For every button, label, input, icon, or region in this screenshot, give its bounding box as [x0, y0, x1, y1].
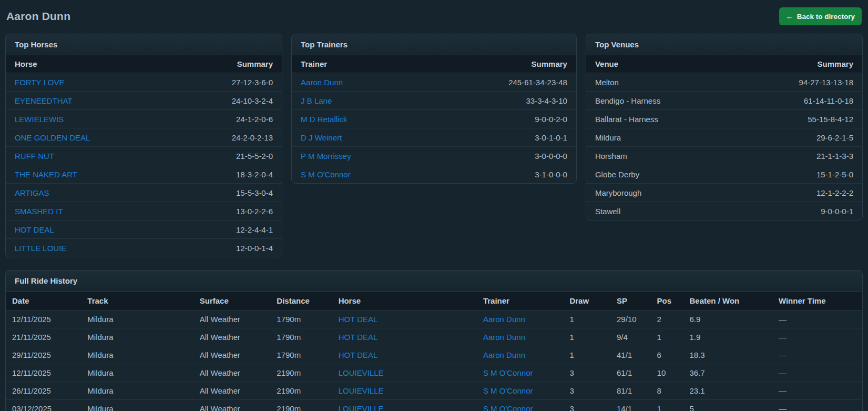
horse-column-header: Horse: [332, 292, 477, 310]
draw-column-header: Draw: [563, 292, 610, 310]
distance-column-header: Distance: [270, 292, 332, 310]
table-row: 12/11/2025 Mildura All Weather 1790m HOT…: [6, 310, 862, 328]
trainer-link[interactable]: S M O'Connor: [483, 404, 533, 411]
horse-link[interactable]: LOUIEVILLE: [339, 404, 384, 411]
horse-link[interactable]: THE NAKED ART: [15, 170, 77, 179]
horse-link[interactable]: HOT DEAL: [339, 315, 378, 324]
surface-cell: All Weather: [193, 346, 271, 364]
trainer-summary: 3-0-1-0-1: [535, 133, 567, 142]
table-row: D J Weinert 3-0-1-0-1: [292, 128, 576, 146]
full-ride-history-title: Full Ride History: [6, 270, 862, 292]
horse-link[interactable]: SMASHED IT: [15, 207, 63, 216]
pos-column-header: Pos: [651, 292, 683, 310]
top-venues-card: Top Venues Venue Summary Melton 94-27-13…: [586, 34, 863, 220]
draw-cell: 1: [563, 328, 610, 346]
draw-cell: 3: [563, 382, 610, 400]
track-cell: Mildura: [81, 346, 193, 364]
table-row: 29/11/2025 Mildura All Weather 1790m HOT…: [6, 346, 862, 364]
table-row: FORTY LOVE 27-12-3-6-0: [6, 73, 282, 91]
trainer-link[interactable]: S M O'Connor: [483, 386, 533, 395]
back-button-label: Back to directory: [797, 13, 855, 21]
surface-cell: All Weather: [193, 310, 271, 328]
venue-name: Globe Derby: [595, 170, 639, 179]
winner-time-cell: —: [772, 400, 862, 411]
surface-cell: All Weather: [193, 364, 271, 382]
trainer-link[interactable]: S M O'Connor: [301, 170, 351, 179]
trainer-link[interactable]: D J Weinert: [301, 133, 342, 142]
trainer-column-header: Trainer: [301, 59, 327, 68]
horse-link[interactable]: HOT DEAL: [339, 333, 378, 342]
winner-time-cell: —: [772, 364, 862, 382]
sp-cell: 29/10: [610, 310, 651, 328]
horse-link[interactable]: LOUIEVILLE: [339, 368, 384, 377]
venue-name: Maryborough: [595, 188, 641, 197]
trainer-link[interactable]: Aaron Dunn: [301, 78, 343, 87]
back-arrow-icon: ←: [786, 12, 793, 21]
draw-cell: 1: [563, 310, 610, 328]
top-venues-title: Top Venues: [586, 34, 862, 55]
horse-link[interactable]: EYENEEDTHAT: [15, 96, 73, 105]
ride-history-table: Date Track Surface Distance Horse Traine…: [6, 292, 862, 411]
trainer-link[interactable]: Aaron Dunn: [483, 350, 525, 359]
horse-link[interactable]: ONE GOLDEN DEAL: [15, 133, 90, 142]
winner-time-cell: —: [772, 346, 862, 364]
table-row: Maryborough 12-1-2-2-2: [586, 183, 862, 202]
horse-summary: 12-2-4-4-1: [236, 225, 273, 234]
table-row: Ballarat - Harness 55-15-8-4-12: [586, 109, 862, 128]
track-column-header: Track: [81, 292, 193, 310]
venue-name: Ballarat - Harness: [595, 115, 658, 124]
top-trainers-card: Top Trainers Trainer Summary Aaron Dunn …: [291, 34, 577, 184]
venue-summary: 55-15-8-4-12: [808, 115, 853, 124]
distance-cell: 2190m: [270, 382, 332, 400]
table-row: 21/11/2025 Mildura All Weather 1790m HOT…: [6, 328, 862, 346]
winner-time-column-header: Winner Time: [772, 292, 862, 310]
sp-cell: 61/1: [610, 364, 651, 382]
horse-link[interactable]: LEWIELEWIS: [15, 115, 64, 124]
horse-summary: 24-1-2-0-6: [236, 115, 273, 124]
topbar: Aaron Dunn ← Back to directory: [5, 5, 863, 34]
venue-name: Bendigo - Harness: [595, 96, 660, 105]
table-row: 03/12/2025 Mildura All Weather 2190m LOU…: [6, 400, 862, 411]
winner-time-cell: —: [772, 328, 862, 346]
surface-cell: All Weather: [193, 400, 271, 411]
horse-link[interactable]: HOT DEAL: [339, 350, 378, 359]
horse-summary: 18-3-2-0-4: [236, 170, 273, 179]
date-cell: 21/11/2025: [6, 328, 81, 346]
venue-name: Stawell: [595, 207, 620, 216]
top-horses-card: Top Horses Horse Summary FORTY LOVE 27-1…: [5, 34, 282, 257]
table-row: Globe Derby 15-1-2-5-0: [586, 165, 862, 183]
horse-summary: 24-2-0-2-13: [232, 133, 273, 142]
trainer-link[interactable]: P M Morrissey: [301, 152, 351, 161]
horse-link[interactable]: LITTLE LOUIE: [15, 244, 66, 253]
trainer-link[interactable]: Aaron Dunn: [483, 315, 525, 324]
venue-summary: 61-14-11-0-18: [804, 96, 853, 105]
table-row: S M O'Connor 3-1-0-0-0: [292, 165, 576, 183]
trainer-link[interactable]: Aaron Dunn: [483, 333, 525, 342]
table-row: THE NAKED ART 18-3-2-0-4: [6, 165, 282, 183]
horse-summary: 13-0-2-2-6: [236, 207, 273, 216]
trainer-link[interactable]: S M O'Connor: [483, 368, 533, 377]
sp-cell: 9/4: [610, 328, 651, 346]
horse-link[interactable]: ARTIGAS: [15, 188, 49, 197]
horse-link[interactable]: RUFF NUT: [15, 152, 54, 161]
beaten-won-cell: 23.1: [683, 382, 772, 400]
pos-cell: 1: [651, 400, 683, 411]
distance-cell: 1790m: [270, 346, 332, 364]
draw-cell: 3: [563, 400, 610, 411]
venue-summary: 29-6-2-1-5: [816, 133, 853, 142]
venue-column-header: Venue: [595, 59, 618, 68]
horse-summary: 21-5-5-2-0: [236, 152, 273, 161]
back-to-directory-button[interactable]: ← Back to directory: [779, 7, 862, 25]
horse-link[interactable]: HOT DEAL: [15, 225, 54, 234]
distance-cell: 2190m: [270, 400, 332, 411]
beaten-won-cell: 1.9: [683, 328, 772, 346]
table-row: Horsham 21-1-1-3-3: [586, 146, 862, 165]
trainer-link[interactable]: M D Retallick: [301, 115, 347, 124]
sp-cell: 41/1: [610, 346, 651, 364]
summary-column-header: Summary: [818, 59, 853, 68]
horse-link[interactable]: LOUIEVILLE: [339, 386, 384, 395]
horse-summary: 27-12-3-6-0: [232, 78, 273, 87]
trainer-summary: 3-1-0-0-0: [535, 170, 567, 179]
trainer-link[interactable]: J B Lane: [301, 96, 332, 105]
horse-link[interactable]: FORTY LOVE: [15, 78, 64, 87]
